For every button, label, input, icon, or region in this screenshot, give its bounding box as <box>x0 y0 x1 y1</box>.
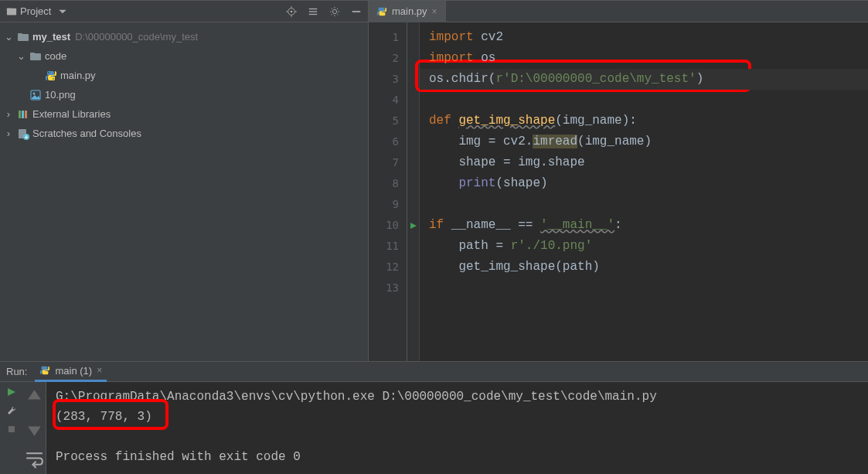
python-icon <box>39 365 50 376</box>
hide-icon[interactable] <box>351 6 362 17</box>
editor-area: main.py × 1 2 3 4 5 6 7 8 9 10 11 12 13 <box>369 1 868 361</box>
svg-rect-12 <box>352 11 361 12</box>
collapse-icon[interactable] <box>308 6 318 17</box>
svg-point-3 <box>291 10 293 12</box>
chevron-down-icon[interactable]: ⌄ <box>15 50 26 62</box>
svg-rect-14 <box>18 33 22 36</box>
sidebar-header: Project <box>0 1 368 22</box>
soft-wrap-icon[interactable] <box>23 447 46 469</box>
tree-item-code[interactable]: ⌄ code <box>0 46 368 66</box>
console-output[interactable]: G:\ProgramData\Anaconda3\envs\cv\python.… <box>46 382 868 474</box>
svg-rect-23 <box>25 111 27 118</box>
console-line: Process finished with exit code 0 <box>56 447 859 467</box>
folder-icon <box>17 31 29 43</box>
editor-tab-bar: main.py × <box>369 1 868 22</box>
run-panel: Run: main (1) × G:\ProgramData\Anaconda3… <box>0 361 868 474</box>
run-marker-icon[interactable] <box>407 215 419 236</box>
svg-rect-22 <box>22 111 24 118</box>
folder-icon <box>6 6 17 17</box>
target-icon[interactable] <box>286 6 297 17</box>
run-header: Run: main (1) × <box>0 362 868 382</box>
tree-item-scratches[interactable]: › Scratches and Consoles <box>0 124 368 143</box>
line-number-gutter: 1 2 3 4 5 6 7 8 9 10 11 12 13 <box>369 22 407 361</box>
marker-gutter <box>407 22 420 361</box>
project-tree: ⌄ my_test D:\00000000_code\my_test ⌄ cod… <box>0 22 368 148</box>
image-file-icon <box>29 89 42 101</box>
chevron-right-icon[interactable]: › <box>3 128 14 139</box>
code-editor[interactable]: import cv2 import os os.chdir(r'D:\00000… <box>420 22 868 361</box>
gear-icon[interactable] <box>329 6 340 17</box>
run-toolbar-secondary <box>23 382 46 474</box>
svg-rect-16 <box>30 53 35 56</box>
python-file-icon <box>45 70 57 82</box>
python-file-icon <box>376 6 387 17</box>
tab-main-py[interactable]: main.py × <box>369 1 446 22</box>
console-line <box>56 427 859 447</box>
tree-item-10-png[interactable]: 10.png <box>0 85 368 104</box>
svg-rect-21 <box>19 111 21 118</box>
run-toolbar <box>0 382 23 474</box>
svg-rect-1 <box>7 8 11 10</box>
scratches-icon <box>17 128 29 140</box>
rerun-icon[interactable] <box>6 387 17 397</box>
stop-icon[interactable] <box>6 424 17 435</box>
svg-point-20 <box>33 92 36 94</box>
run-label: Run: <box>6 366 27 377</box>
library-icon <box>17 108 29 121</box>
tree-label: Scratches and Consoles <box>32 128 141 139</box>
tree-item-external-libraries[interactable]: › External Libraries <box>0 104 368 124</box>
close-icon[interactable]: × <box>432 6 437 17</box>
chevron-right-icon[interactable]: › <box>3 108 14 120</box>
tree-label: 10.png <box>45 89 76 101</box>
console-line: G:\ProgramData\Anaconda3\envs\cv\python.… <box>56 387 859 407</box>
close-icon[interactable]: × <box>97 365 102 376</box>
svg-rect-26 <box>9 426 15 432</box>
svg-point-17 <box>48 72 49 73</box>
up-icon[interactable] <box>23 387 46 409</box>
tab-label: main.py <box>392 5 427 17</box>
svg-point-11 <box>332 9 336 13</box>
run-tab-label: main (1) <box>55 365 92 377</box>
project-title[interactable]: Project <box>6 5 68 17</box>
tree-item-main-py[interactable]: main.py <box>0 66 368 85</box>
chevron-down-icon[interactable]: ⌄ <box>3 31 14 43</box>
svg-point-18 <box>53 78 54 80</box>
tree-path: D:\00000000_code\my_test <box>75 31 198 43</box>
tree-label: External Libraries <box>32 108 111 120</box>
console-line: (283, 778, 3) <box>56 407 859 427</box>
chevron-down-icon[interactable] <box>57 6 68 17</box>
down-icon[interactable] <box>23 417 46 439</box>
wrench-icon[interactable] <box>6 405 17 416</box>
folder-icon <box>29 50 42 63</box>
run-tab[interactable]: main (1) × <box>35 362 107 382</box>
tree-item-my-test[interactable]: ⌄ my_test D:\00000000_code\my_test <box>0 27 368 46</box>
project-title-label: Project <box>20 5 51 17</box>
tree-label: my_test <box>32 31 70 43</box>
tree-label: main.py <box>60 70 96 81</box>
project-sidebar: Project ⌄ my_test D:\00000000_code\my_te… <box>0 1 369 361</box>
tree-label: code <box>45 50 66 62</box>
